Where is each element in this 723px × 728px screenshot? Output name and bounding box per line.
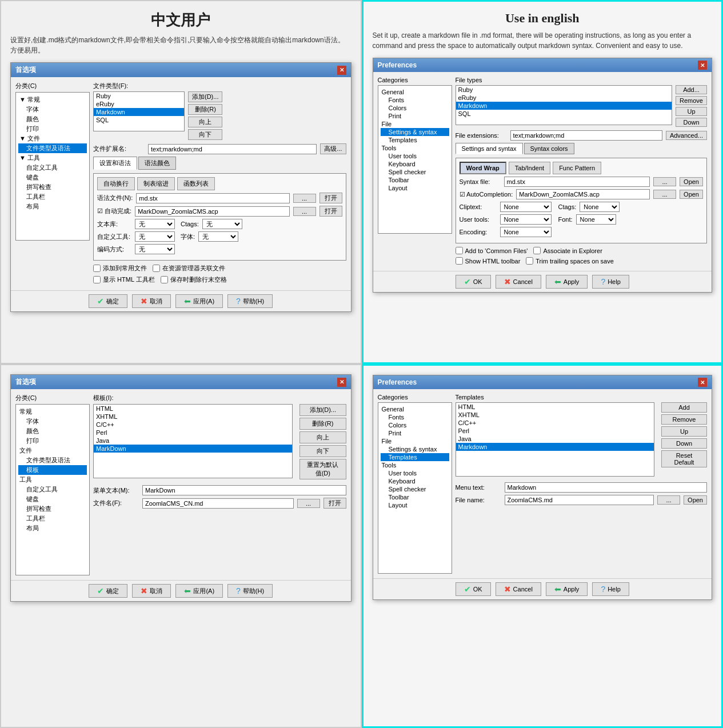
cn-tmpl-btn-add[interactable]: 添加(D)... [299, 404, 346, 416]
cn-tmpl-tree-layout[interactable]: 布局 [18, 523, 87, 533]
cn-syntax-file-input[interactable] [136, 193, 289, 203]
cn-btn-help[interactable]: ?帮助(H) [227, 294, 273, 308]
en-ctags-select[interactable]: None [580, 202, 620, 212]
cn-tree-file[interactable]: ▼ 文件 [18, 134, 87, 143]
en-syntax-file-input[interactable] [504, 177, 650, 187]
cn-ext-input[interactable] [148, 144, 317, 154]
en-tmpl-cpp[interactable]: C/C++ [456, 419, 654, 427]
cn-btn-advanced[interactable]: 高级... [320, 143, 346, 154]
cn-btn-remove[interactable]: 删除(R) [188, 104, 222, 115]
en-file-eruby[interactable]: eRuby [456, 94, 672, 102]
en-tree-file[interactable]: File [381, 120, 449, 128]
en-btn-cancel[interactable]: ✖Cancel [496, 275, 541, 289]
cn-custtools-select[interactable]: 无 [135, 231, 175, 242]
en-file-ruby[interactable]: Ruby [456, 86, 672, 94]
en-tmpl-xhtml[interactable]: XHTML [456, 411, 654, 419]
en-tree-tools[interactable]: Tools [381, 144, 449, 152]
en-autocomp-open[interactable]: Open [680, 190, 703, 199]
en-user-tools-select[interactable]: None [500, 214, 552, 225]
cn-btn-cancel[interactable]: ✖取消 [132, 294, 171, 308]
cn-tree-tools[interactable]: ▼ 工具 [18, 153, 87, 163]
cn-autocomp-input[interactable] [135, 206, 289, 217]
cn-tmpl-btn-apply[interactable]: ⬅应用(A) [175, 584, 223, 598]
cn-tmpl-btn-up[interactable]: 向上 [299, 431, 346, 443]
en-syntax-open[interactable]: Open [680, 177, 703, 186]
en-tmpl-java[interactable]: Java [456, 435, 654, 443]
cn-tmpl-tree-custom[interactable]: 自定义工具 [18, 485, 87, 494]
cn-btn-tab-indent[interactable]: 制表缩进 [137, 177, 175, 190]
cn-tmpl-html[interactable]: HTML [94, 405, 292, 413]
en-tree-settings-syntax[interactable]: Settings & syntax [381, 128, 449, 136]
cn-tmpl-btn-remove[interactable]: 删除(R) [299, 418, 346, 430]
en-file-list[interactable]: Ruby eRuby Markdown SQL [456, 85, 673, 125]
cn-template-list[interactable]: HTML XHTML C/C++ Perl Java MarkDown [93, 404, 293, 478]
en-tmpl-dialog-close[interactable]: ✕ [698, 378, 707, 387]
en-autocomp-browse[interactable]: ... [653, 190, 676, 199]
cn-tmpl-btn-down[interactable]: 向下 [299, 445, 346, 457]
en-btn-remove[interactable]: Remove [676, 96, 707, 105]
cn-syntax-browse[interactable]: ... [293, 194, 316, 203]
cn-tab-syntax[interactable]: 语法颜色 [138, 157, 176, 170]
en-file-name-browse[interactable]: ... [657, 495, 680, 505]
en-tmpl-tree-toolbar[interactable]: Toolbar [381, 493, 449, 501]
en-ext-input[interactable] [510, 130, 662, 141]
cn-font-select[interactable]: 无 [198, 231, 238, 242]
en-file-sql[interactable]: SQL [456, 110, 672, 118]
en-tmpl-btn-remove[interactable]: Remove [661, 414, 707, 425]
en-btn-ok[interactable]: ✔OK [456, 275, 491, 289]
en-tree-keyboard[interactable]: Keyboard [381, 160, 449, 168]
en-tmpl-tree-tools[interactable]: Tools [381, 461, 449, 469]
en-tmpl-tree-spell[interactable]: Spell checker [381, 485, 449, 493]
en-btn-add[interactable]: Add... [676, 85, 707, 94]
cn-file-sql[interactable]: SQL [94, 116, 184, 124]
en-tmpl-tree-general[interactable]: General [381, 405, 449, 413]
en-categories-tree[interactable]: General Fonts Colors Print File Settings… [378, 85, 452, 234]
en-tmpl-tree-fonts[interactable]: Fonts [381, 413, 449, 421]
en-cb-explorer[interactable] [533, 247, 541, 254]
en-tmpl-tree-print[interactable]: Print [381, 429, 449, 437]
en-btn-apply[interactable]: ⬅Apply [546, 275, 588, 289]
en-tmpl-tree-user-tools[interactable]: User tools [381, 469, 449, 477]
en-tree-fonts[interactable]: Fonts [381, 96, 449, 104]
cn-btn-apply[interactable]: ⬅应用(A) [175, 294, 223, 308]
en-tree-layout[interactable]: Layout [381, 184, 449, 192]
en-cb-html[interactable] [456, 257, 463, 265]
cn-autocomp-browse[interactable]: ... [293, 207, 316, 216]
en-font-select[interactable]: None [576, 214, 616, 225]
cn-tmpl-btn-ok[interactable]: ✔确定 [89, 584, 127, 598]
en-tree-print[interactable]: Print [381, 112, 449, 120]
cn-tmpl-categories-tree[interactable]: 常规 字体 颜色 打印 文件 文件类型及语法 模板 工具 自定义工具 键盘 拼写… [15, 404, 90, 575]
en-tree-toolbar[interactable]: Toolbar [381, 176, 449, 184]
en-tab-settings[interactable]: Settings and syntax [456, 143, 523, 154]
cn-tmpl-java[interactable]: Java [94, 437, 292, 445]
cn-syntax-open[interactable]: 打开 [319, 193, 342, 203]
cn-btn-up[interactable]: 向上 [188, 117, 222, 127]
en-tree-general[interactable]: General [381, 88, 449, 96]
en-btn-tab-indent[interactable]: Tab/Indent [509, 162, 550, 174]
cn-tmpl-tree-tools[interactable]: 工具 [18, 475, 87, 485]
cn-btn-down[interactable]: 向下 [188, 129, 222, 140]
en-tmpl-tree-settings[interactable]: Settings & syntax [381, 445, 449, 453]
en-encoding-select[interactable]: None [500, 227, 552, 237]
cn-btn-func-list[interactable]: 函数列表 [177, 177, 215, 190]
en-btn-advanced[interactable]: Advanced... [666, 131, 707, 140]
en-tmpl-btn-down[interactable]: Down [661, 438, 707, 449]
en-tree-user-tools[interactable]: User tools [381, 152, 449, 160]
cn-tree-print[interactable]: 打印 [18, 124, 87, 134]
en-tree-templates[interactable]: Templates [381, 136, 449, 144]
cn-btn-autoline[interactable]: 自动换行 [97, 177, 135, 190]
cn-tree-custom[interactable]: 自定义工具 [18, 163, 87, 173]
en-tree-colors[interactable]: Colors [381, 104, 449, 112]
cn-file-list[interactable]: Ruby eRuby Markdown SQL [93, 91, 185, 131]
cn-cb-trim[interactable] [161, 276, 168, 283]
en-tmpl-tree-templates[interactable]: Templates [381, 453, 449, 461]
cn-tmpl-tree-file[interactable]: 文件 [18, 446, 87, 455]
en-btn-up[interactable]: Up [676, 107, 707, 116]
cn-tmpl-tree-general[interactable]: 常规 [18, 407, 87, 417]
en-tmpl-btn-reset[interactable]: Reset Default [661, 450, 707, 467]
cn-tmpl-tree-spell[interactable]: 拼写检查 [18, 504, 87, 514]
cn-ctags-select[interactable]: 无 [202, 219, 242, 229]
en-tmpl-btn-apply[interactable]: ⬅Apply [546, 582, 588, 596]
cn-tmpl-cpp[interactable]: C/C++ [94, 421, 292, 429]
cn-file-name-input[interactable] [142, 498, 294, 509]
